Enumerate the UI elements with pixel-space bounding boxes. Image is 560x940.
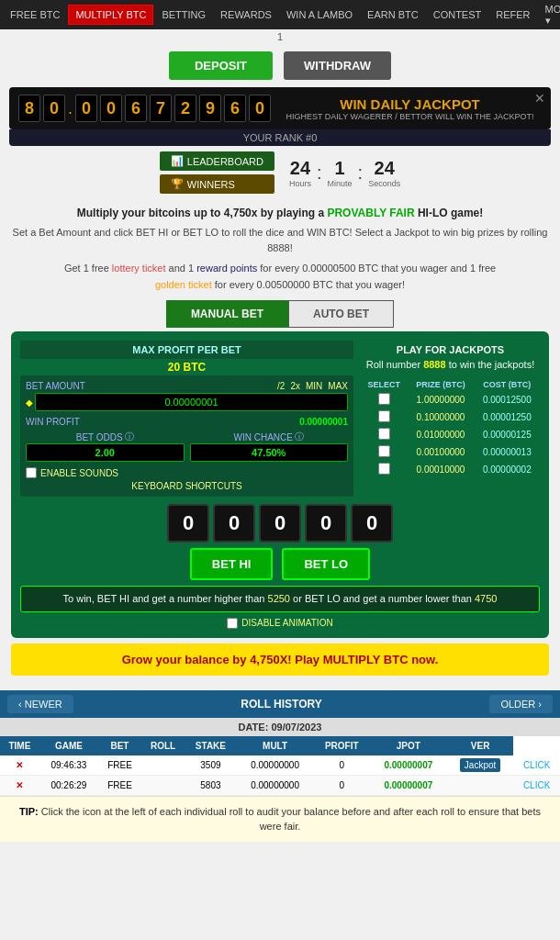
nav-more[interactable]: MORE ▾	[539, 0, 560, 30]
jp-select-4[interactable]	[378, 463, 390, 475]
max-button[interactable]: MAX	[328, 381, 348, 391]
jackpot-digit: 0	[43, 95, 65, 122]
jp-cost-0: 0.00012500	[475, 391, 540, 408]
dice-4: 0	[351, 504, 393, 543]
jp-checkbox-cell[interactable]	[361, 443, 407, 461]
click-link2[interactable]: CLICK	[523, 780, 550, 790]
disable-animation-label[interactable]: DISABLE ANIMATION	[241, 618, 332, 628]
dice-2: 0	[259, 504, 301, 543]
jackpot-digit: 2	[174, 95, 196, 122]
nav-rewards[interactable]: REWARDS	[214, 6, 278, 24]
jackpot-digit: 0	[100, 95, 122, 122]
jp-cost-4: 0.00000002	[475, 461, 540, 478]
cell-bet	[141, 755, 185, 776]
dice-row: 0 0 0 0 0	[20, 504, 540, 543]
jackpot-digit: 0	[249, 95, 271, 122]
jp-checkbox-cell[interactable]	[361, 408, 407, 426]
cell-x-icon[interactable]: ✕	[0, 755, 39, 776]
bet-odds-cell: BET ODDS ⓘ 2.00	[26, 431, 185, 462]
reward-link[interactable]: reward points	[196, 263, 257, 274]
nav-betting[interactable]: BETTING	[155, 6, 212, 24]
jackpot-digit: 7	[150, 95, 172, 122]
jp-checkbox-cell[interactable]	[361, 461, 407, 478]
jackpot-table: SELECT PRIZE (BTC) COST (BTC) 1.00000000…	[361, 378, 540, 478]
nav-refer[interactable]: REFER	[489, 6, 536, 24]
cell-roll2: 5803	[185, 775, 236, 795]
main-content: Multiply your bitcoins up to 4,750x by p…	[0, 199, 560, 690]
jp-checkbox-cell[interactable]	[361, 426, 407, 443]
jp-prize-3: 0.00100000	[407, 443, 474, 461]
jp-select-3[interactable]	[378, 445, 390, 457]
grow-banner[interactable]: Grow your balance by 4,750X! Play MULTIP…	[11, 643, 549, 676]
col-roll: ROLL	[141, 736, 185, 755]
max-profit-title: MAX PROFIT PER BET	[20, 341, 353, 359]
winners-button[interactable]: 🏆 WINNERS	[160, 174, 274, 194]
cell-mult: 0	[314, 755, 370, 776]
col-prize: PRIZE (BTC)	[407, 378, 474, 391]
cell-time2: 00:26:29	[39, 775, 98, 795]
close-icon[interactable]: ✕	[534, 91, 545, 106]
sounds-row: ENABLE SOUNDS	[26, 467, 348, 478]
half-button[interactable]: /2	[277, 381, 285, 391]
jackpot-separator: .	[68, 99, 73, 118]
bet-tabs: MANUAL BET AUTO BET	[11, 300, 549, 328]
leaderboard-section: 📊 LEADERBOARD 🏆 WINNERS 24 Hours : 1 Min…	[0, 146, 560, 199]
roll-history-title: ROLL HISTORY	[241, 698, 321, 711]
enable-sounds-checkbox[interactable]	[26, 467, 37, 478]
lo-number: 4750	[475, 593, 497, 604]
provably-fair-link[interactable]: PROVABLY FAIR	[327, 207, 414, 219]
bet-buttons: BET HI BET LO	[20, 548, 540, 580]
nav-multiply-btc[interactable]: MULTIPLY BTC	[68, 5, 153, 25]
tip-label: TIP:	[19, 806, 39, 817]
bet-lo-button[interactable]: BET LO	[282, 548, 370, 580]
nav-contest[interactable]: CONTEST	[427, 6, 488, 24]
info-icon[interactable]: ⓘ	[125, 431, 134, 443]
newer-button[interactable]: ‹ NEWER	[7, 695, 73, 713]
jp-select-0[interactable]	[378, 393, 390, 405]
nav-earn-btc[interactable]: EARN BTC	[361, 6, 425, 24]
tab-manual-bet[interactable]: MANUAL BET	[166, 300, 288, 328]
nav-free-btc[interactable]: FREE BTC	[4, 6, 66, 24]
min-button[interactable]: MIN	[306, 381, 322, 391]
history-table: TIME GAME BET ROLL STAKE MULT PROFIT JPO…	[0, 736, 560, 796]
info-icon2[interactable]: ⓘ	[295, 431, 304, 443]
cell-x-icon2[interactable]: ✕	[0, 775, 39, 795]
timer-hours: 24 Hours	[289, 158, 311, 188]
bet-mark: ◆	[26, 397, 33, 408]
col-select: SELECT	[361, 378, 407, 391]
cell-ver2[interactable]: CLICK	[513, 775, 560, 795]
bet-hi-button[interactable]: BET HI	[190, 548, 274, 580]
dice-0: 0	[167, 504, 209, 543]
disable-animation-row: DISABLE ANIMATION	[20, 618, 540, 629]
jp-checkbox-cell[interactable]	[361, 391, 407, 408]
dice-1: 0	[213, 504, 255, 543]
tip-bar: TIP: Click the icon at the left of each …	[0, 796, 560, 842]
click-link[interactable]: CLICK	[523, 760, 550, 770]
right-panel: PLAY FOR JACKPOTS Roll number 8888 to wi…	[361, 341, 540, 497]
game-area: MAX PROFIT PER BET 20 BTC BET AMOUNT /2 …	[11, 331, 549, 638]
disable-animation-checkbox[interactable]	[227, 618, 238, 629]
jp-select-2[interactable]	[378, 428, 390, 440]
tab-auto-bet[interactable]: AUTO BET	[288, 300, 394, 328]
golden-link[interactable]: golden ticket	[155, 279, 212, 290]
double-button[interactable]: 2x	[290, 381, 300, 391]
withdraw-button[interactable]: WITHDRAW	[284, 51, 391, 80]
cell-profit2: 0.00000007	[370, 775, 447, 795]
win-chance-value: 47.50%	[190, 443, 349, 462]
cell-ver[interactable]: CLICK	[513, 755, 560, 776]
keyboard-shortcuts-link[interactable]: KEYBOARD SHORTCUTS	[26, 481, 348, 491]
jp-select-1[interactable]	[378, 410, 390, 422]
col-game: GAME	[39, 736, 98, 755]
deposit-button[interactable]: DEPOSIT	[169, 51, 273, 80]
nav-win-lambo[interactable]: WIN A LAMBO	[280, 6, 359, 24]
cell-time: 09:46:33	[39, 755, 98, 776]
page-number: 1	[0, 29, 560, 44]
leaderboard-button[interactable]: 📊 LEADERBOARD	[160, 151, 274, 171]
jp-cost-3: 0.00000013	[475, 443, 540, 461]
bet-amount-input[interactable]	[35, 393, 348, 411]
navbar: FREE BTC MULTIPLY BTC BETTING REWARDS WI…	[0, 0, 560, 29]
bet-odds-value: 2.00	[26, 443, 185, 462]
jackpot-row: 1.00000000 0.00012500	[361, 391, 540, 408]
lottery-link[interactable]: lottery ticket	[112, 263, 166, 274]
older-button[interactable]: OLDER ›	[489, 695, 553, 713]
